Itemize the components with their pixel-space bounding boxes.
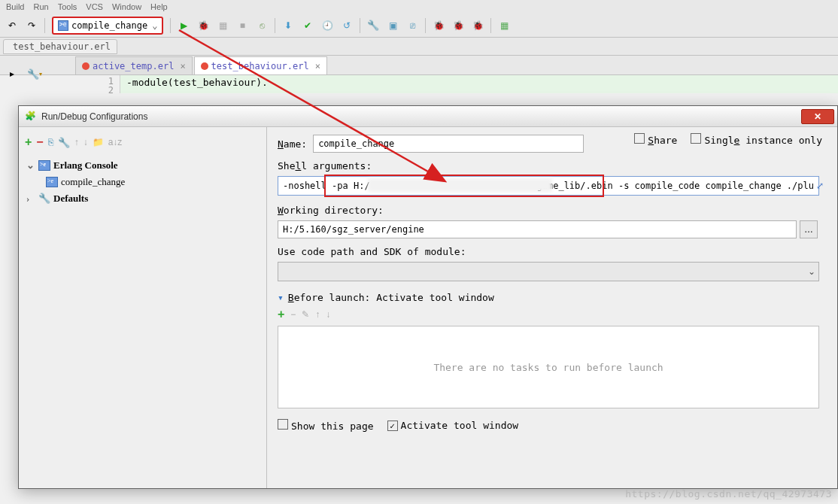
console-icon — [58, 20, 68, 31]
add-task-icon[interactable]: + — [278, 308, 284, 321]
coverage-icon[interactable]: ▦ — [214, 17, 232, 35]
single-instance-checkbox[interactable]: Single instance only — [691, 133, 822, 146]
vcs-commit-icon[interactable]: ✔ — [299, 17, 317, 35]
dialog-title: Run/Debug Configurations — [41, 111, 801, 122]
before-launch-toolbar: + − ✎ ↑ ↓ — [278, 308, 827, 321]
collapse-icon[interactable]: ▸ — [3, 65, 21, 83]
menu-run[interactable]: Run — [33, 2, 48, 11]
move-up-icon[interactable]: ↑ — [315, 309, 320, 320]
working-directory-input[interactable] — [278, 220, 797, 238]
activate-tool-window-checkbox[interactable]: ✓Activate tool window — [387, 420, 519, 432]
bug-icon[interactable]: 🐞 — [449, 17, 467, 35]
editor-tab-2-label: test_behaviour.erl — [211, 61, 309, 71]
collapse-icon[interactable]: ▾ — [278, 292, 284, 303]
file-tab-label: test_behaviour.erl — [13, 41, 111, 52]
wd-label: Working directory: — [278, 205, 827, 216]
vcs-history-icon[interactable]: 🕘 — [318, 17, 336, 35]
tree-compile-change[interactable]: compile_change — [25, 174, 260, 190]
attach-icon[interactable]: ⎋ — [253, 17, 271, 35]
tree-defaults[interactable]: › 🔧 Defaults — [25, 190, 260, 207]
close-icon[interactable]: × — [315, 61, 320, 71]
folder-icon[interactable]: 📁 — [93, 137, 104, 147]
menu-vcs[interactable]: VCS — [86, 2, 103, 11]
add-config-icon[interactable]: + — [25, 135, 32, 149]
run-config-label: compile_change — [71, 20, 147, 31]
editor-tabs: active_temp.erl × test_behaviour.erl × — [0, 56, 838, 75]
tree-erlang-console[interactable]: ⌄ Erlang Console — [25, 157, 260, 174]
module-combo[interactable]: ⌄ — [278, 262, 819, 281]
line-2: 2 — [0, 86, 114, 95]
move-down-icon[interactable]: ↓ — [83, 137, 88, 147]
redacted-path — [368, 178, 552, 192]
find-bugs-icon[interactable]: 🐞 — [430, 17, 448, 35]
menu-tools[interactable]: Tools — [58, 2, 77, 11]
browse-button[interactable]: … — [800, 220, 818, 238]
shell-pa: -pa H:/ — [332, 181, 370, 191]
erlang-file-icon — [201, 62, 208, 70]
run-config-dropdown[interactable]: compile_change ⌄ — [52, 17, 163, 35]
file-tab-row: test_behaviour.erl — [0, 38, 838, 56]
settings-icon[interactable]: 🔧 — [364, 17, 382, 35]
wrench-icon: 🔧 — [38, 193, 50, 205]
sort-icon[interactable]: a↓z — [108, 137, 123, 147]
tree-label: Erlang Console — [53, 159, 118, 172]
expand-icon[interactable]: › — [26, 193, 35, 205]
undo-icon[interactable]: ↶ — [3, 17, 21, 35]
remove-config-icon[interactable]: − — [36, 135, 43, 149]
tool-settings-icon[interactable]: 🔧▾ — [26, 65, 44, 83]
console-icon — [38, 160, 50, 171]
shell-prefix: -noshell — [283, 181, 326, 191]
close-button[interactable]: ✕ — [801, 109, 834, 124]
redo-icon[interactable]: ↷ — [23, 17, 41, 35]
show-this-page-checkbox[interactable]: Show this page — [278, 419, 374, 432]
tree-label: compile_change — [61, 176, 125, 188]
config-form: SSharehare Single instance only Name: Sh… — [267, 127, 837, 488]
tasks-list: There are no tasks to run before launch — [278, 326, 819, 408]
run-debug-config-dialog: 🧩 Run/Debug Configurations ✕ + − ⎘ 🔧 ↑ ↓… — [18, 105, 838, 489]
edit-task-icon[interactable]: ✎ — [302, 309, 309, 320]
menu-help[interactable]: Help — [150, 2, 168, 11]
expand-field-icon[interactable]: ⤢ — [816, 181, 819, 191]
name-input[interactable] — [313, 135, 584, 153]
vcs-update-icon[interactable]: ⬇ — [279, 17, 297, 35]
tree-toolbar: + − ⎘ 🔧 ↑ ↓ 📁 a↓z — [25, 133, 260, 151]
project-tool-buttons: ▸ 🔧▾ — [3, 65, 44, 83]
sdk-icon[interactable]: ⎚ — [403, 17, 421, 35]
menu-window[interactable]: Window — [112, 2, 141, 11]
name-label: Name: — [278, 138, 307, 150]
dialog-titlebar: 🧩 Run/Debug Configurations ✕ — [19, 106, 837, 127]
move-down-icon[interactable]: ↓ — [326, 309, 330, 320]
config-tree-panel: + − ⎘ 🔧 ↑ ↓ 📁 a↓z ⌄ Erlang Console compi… — [19, 127, 267, 488]
expand-icon[interactable]: ⌄ — [26, 159, 35, 172]
menu-build[interactable]: Build — [6, 2, 24, 11]
main-toolbar: ↶ ↷ compile_change ⌄ ▶ 🐞 ▦ ■ ⎋ ⬇ ✔ 🕘 ↺ 🔧… — [0, 14, 838, 38]
dialog-icon: 🧩 — [25, 111, 37, 123]
project-structure-icon[interactable]: ▣ — [384, 17, 402, 35]
tree-label: Defaults — [53, 193, 88, 205]
editor-tab-2[interactable]: test_behaviour.erl × — [194, 56, 327, 74]
no-tasks-label: There are no tasks to run before launch — [433, 362, 663, 373]
run-icon[interactable]: ▶ — [175, 17, 193, 35]
editor-tab-1-label: active_temp.erl — [93, 61, 174, 71]
chip-icon[interactable]: ▦ — [495, 17, 513, 35]
debug-icon[interactable]: 🐞 — [194, 17, 212, 35]
edit-templates-icon[interactable]: 🔧 — [58, 137, 70, 148]
copy-config-icon[interactable]: ⎘ — [48, 137, 53, 147]
close-icon[interactable]: × — [180, 61, 185, 71]
stop-icon[interactable]: ■ — [233, 17, 251, 35]
code-line[interactable]: -module(test_behaviour). — [120, 75, 838, 93]
move-up-icon[interactable]: ↑ — [74, 137, 79, 147]
erlang-file-icon — [82, 62, 90, 70]
vcs-revert-icon[interactable]: ↺ — [338, 17, 356, 35]
bug2-icon[interactable]: 🐞 — [469, 17, 487, 35]
before-launch-section[interactable]: ▾ Before launch: Activate tool window — [278, 292, 827, 303]
remove-task-icon[interactable]: − — [290, 309, 296, 320]
editor-tab-1[interactable]: active_temp.erl × — [75, 56, 193, 74]
shell-args-label: Shell arguments: — [278, 160, 827, 172]
file-tab[interactable]: test_behaviour.erl — [3, 39, 117, 54]
menubar: Build Run Tools VCS Window Help — [0, 0, 838, 14]
share-checkbox[interactable]: SSharehare — [634, 133, 677, 146]
watermark: https://blog.csdn.net/qq_42973473 — [625, 488, 832, 499]
chevron-down-icon: ⌄ — [808, 266, 815, 277]
chevron-down-icon: ⌄ — [152, 20, 157, 31]
